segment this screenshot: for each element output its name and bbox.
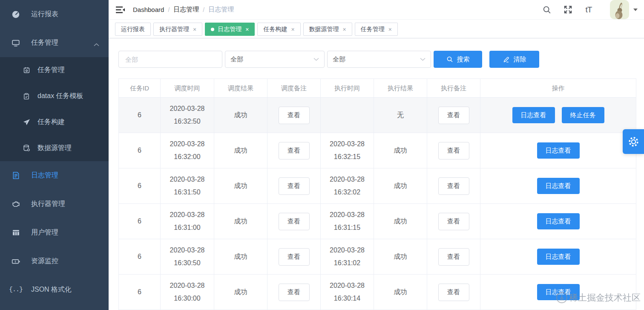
sched-result-cell: 成功 <box>214 98 267 133</box>
search-button-label: 搜索 <box>457 55 470 64</box>
sched-note-cell: 查看 <box>267 168 321 203</box>
sidebar-subitem-datax-template[interactable]: datax 任务模板 <box>0 83 109 109</box>
sched-time-cell: 2020-03-28 16:31:00 <box>161 204 214 239</box>
log-view-button[interactable]: 日志查看 <box>537 213 580 229</box>
result-select[interactable]: 全部 <box>327 51 431 68</box>
column-header: 执行时间 <box>321 79 374 97</box>
topbar: Dashboard / 日志管理 / 日志管理 tT <box>109 0 644 20</box>
battery-bolt-icon <box>11 256 21 267</box>
log-view-button[interactable]: 日志查看 <box>512 107 555 123</box>
view-button[interactable]: 查看 <box>279 177 310 195</box>
sidebar-item-resource-monitor[interactable]: 资源监控 <box>0 247 109 275</box>
sidebar-item-task-management-parent[interactable]: 任务管理 <box>0 29 109 57</box>
actions-cell: 日志查看 <box>480 204 636 239</box>
close-icon[interactable]: × <box>343 26 346 32</box>
sched-note-cell: 查看 <box>267 98 321 133</box>
sched-time-cell: 2020-03-28 16:32:50 <box>161 98 214 133</box>
chevron-down-icon <box>313 58 319 61</box>
select-value: 全部 <box>230 55 243 64</box>
sidebar-subitem-task-build[interactable]: 任务构建 <box>0 109 109 135</box>
topbar-actions: tT <box>541 0 638 19</box>
monitor-icon <box>11 38 21 48</box>
view-button[interactable]: 查看 <box>279 213 310 230</box>
sidebar-item-executor-management[interactable]: 执行器管理 <box>0 190 109 218</box>
view-button[interactable]: 查看 <box>438 284 469 301</box>
log-view-button[interactable]: 日志查看 <box>537 284 580 300</box>
caret-down-icon[interactable] <box>633 9 638 11</box>
tab-executor-management[interactable]: 执行器管理 × <box>153 23 202 36</box>
view-button[interactable]: 查看 <box>279 107 310 124</box>
text-size-icon[interactable]: tT <box>583 4 594 15</box>
fullscreen-icon[interactable] <box>562 4 573 15</box>
exec-result-cell: 成功 <box>374 204 427 239</box>
breadcrumb-dashboard[interactable]: Dashboard <box>133 6 164 13</box>
view-button[interactable]: 查看 <box>438 107 469 124</box>
view-button[interactable]: 查看 <box>279 248 310 266</box>
table-row: 6 2020-03-28 16:31:00 成功 查看 2020-03-28 1… <box>119 204 636 239</box>
chevron-up-icon <box>94 41 99 48</box>
sidebar-item-run-report[interactable]: 运行报表 <box>0 0 109 29</box>
sidebar-collapse-icon[interactable] <box>115 4 126 15</box>
column-header: 操作 <box>480 79 636 97</box>
tab-label: 运行报表 <box>121 26 145 33</box>
kill-task-button[interactable]: 终止任务 <box>562 107 604 123</box>
settings-panel-button[interactable] <box>623 129 644 154</box>
close-icon[interactable]: × <box>193 26 196 32</box>
view-button[interactable]: 查看 <box>279 142 310 159</box>
job-filter-input[interactable] <box>118 51 222 68</box>
clear-button-label: 清除 <box>514 55 526 64</box>
search-button[interactable]: 搜索 <box>434 51 482 68</box>
view-button[interactable]: 查看 <box>438 177 469 195</box>
table-row: 6 2020-03-28 16:30:00 成功 查看 2020-03-28 1… <box>119 275 636 310</box>
log-view-button[interactable]: 日志查看 <box>537 142 580 159</box>
view-button[interactable]: 查看 <box>279 284 310 301</box>
task-id-cell: 6 <box>119 168 161 203</box>
sidebar-item-label: 任务管理 <box>37 66 65 75</box>
tab-datasource-management[interactable]: 数据源管理 × <box>303 23 352 36</box>
sidebar: 运行报表 任务管理 任务管理 datax 任务模板 <box>0 0 109 310</box>
tab-label: 任务构建 <box>263 26 287 33</box>
log-table: 任务ID 调度时间 调度结果 调度备注 执行时间 执行结果 执行备注 操作 6 … <box>118 78 636 310</box>
column-header: 调度时间 <box>161 79 214 97</box>
sched-result-cell: 成功 <box>214 239 267 274</box>
close-icon[interactable]: × <box>388 26 392 32</box>
sched-note-cell: 查看 <box>267 275 321 310</box>
close-icon[interactable]: × <box>245 26 249 32</box>
dashboard-icon <box>11 9 21 20</box>
view-button[interactable]: 查看 <box>438 142 469 159</box>
log-view-button[interactable]: 日志查看 <box>537 178 580 194</box>
sched-result-cell: 成功 <box>214 204 267 239</box>
breadcrumb-log-management[interactable]: 日志管理 <box>173 6 199 14</box>
actions-cell: 日志查看 <box>480 133 636 168</box>
select-value: 全部 <box>333 55 345 64</box>
braces-icon: {..} <box>11 285 21 295</box>
sidebar-subitem-task-management[interactable]: 任务管理 <box>0 57 109 83</box>
sidebar-item-label: 资源监控 <box>31 257 58 266</box>
view-button[interactable]: 查看 <box>438 248 469 266</box>
clipboard-icon <box>22 92 31 101</box>
tabbar: 运行报表 执行器管理 × 日志管理 × 任务构建 × 数据源管理 × 任务管理 … <box>109 20 644 38</box>
tab-run-report[interactable]: 运行报表 <box>115 23 151 36</box>
sched-time-cell: 2020-03-28 16:30:50 <box>161 239 214 274</box>
log-view-button[interactable]: 日志查看 <box>537 249 580 265</box>
sidebar-item-json-format[interactable]: {..} JSON 格式化 <box>0 275 109 304</box>
exec-note-cell: 查看 <box>427 98 480 133</box>
user-menu[interactable] <box>610 0 638 19</box>
tab-task-build[interactable]: 任务构建 × <box>257 23 300 36</box>
sidebar-submenu: 任务管理 datax 任务模板 任务构建 数据源管理 <box>0 57 109 161</box>
search-icon[interactable] <box>541 4 552 15</box>
sidebar-subitem-datasource-management[interactable]: 数据源管理 <box>0 135 109 161</box>
tab-task-management[interactable]: 任务管理 × <box>355 23 398 36</box>
sidebar-item-log-management[interactable]: 日志管理 <box>0 161 109 190</box>
actions-cell: 日志查看 <box>480 275 636 310</box>
clear-button[interactable]: 清除 <box>489 51 539 68</box>
sidebar-item-user-management[interactable]: 用户管理 <box>0 218 109 247</box>
view-button[interactable]: 查看 <box>438 213 469 230</box>
avatar[interactable] <box>610 0 629 19</box>
close-icon[interactable]: × <box>291 26 294 32</box>
task-id-cell: 6 <box>119 204 161 239</box>
tab-log-management[interactable]: 日志管理 × <box>205 23 255 36</box>
page-content: 全部 全部 搜索 清除 任务ID <box>109 38 644 310</box>
status-select[interactable]: 全部 <box>225 51 325 68</box>
sched-note-cell: 查看 <box>267 204 321 239</box>
